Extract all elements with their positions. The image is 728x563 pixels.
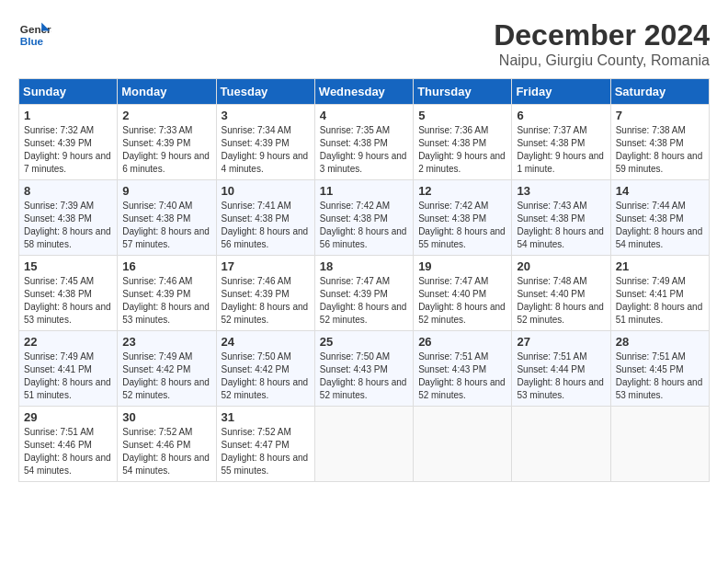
calendar-cell: 25Sunrise: 7:50 AMSunset: 4:43 PMDayligh… xyxy=(314,331,413,407)
calendar-cell: 4Sunrise: 7:35 AMSunset: 4:38 PMDaylight… xyxy=(314,105,413,180)
day-info: Sunrise: 7:51 AMSunset: 4:46 PMDaylight:… xyxy=(24,426,112,477)
day-number: 3 xyxy=(222,109,310,122)
calendar-cell: 30Sunrise: 7:52 AMSunset: 4:46 PMDayligh… xyxy=(118,407,216,482)
calendar-week-1: 1Sunrise: 7:32 AMSunset: 4:39 PMDaylight… xyxy=(19,105,710,180)
day-number: 22 xyxy=(24,335,112,349)
day-number: 30 xyxy=(122,410,210,424)
day-info: Sunrise: 7:42 AMSunset: 4:38 PMDaylight:… xyxy=(320,200,408,251)
day-info: Sunrise: 7:52 AMSunset: 4:46 PMDaylight:… xyxy=(122,426,210,477)
day-info: Sunrise: 7:48 AMSunset: 4:40 PMDaylight:… xyxy=(517,275,605,327)
day-number: 23 xyxy=(122,335,210,349)
calendar-cell: 9Sunrise: 7:40 AMSunset: 4:38 PMDaylight… xyxy=(118,180,216,256)
day-number: 1 xyxy=(24,109,112,122)
day-number: 10 xyxy=(222,184,310,198)
header: General Blue December 2024 Naipu, Giurgi… xyxy=(18,18,710,69)
day-number: 9 xyxy=(122,184,210,198)
day-number: 5 xyxy=(418,109,506,122)
day-info: Sunrise: 7:49 AMSunset: 4:41 PMDaylight:… xyxy=(616,275,704,327)
day-info: Sunrise: 7:33 AMSunset: 4:39 PMDaylight:… xyxy=(122,124,210,176)
calendar-cell: 24Sunrise: 7:50 AMSunset: 4:42 PMDayligh… xyxy=(216,331,314,407)
day-number: 19 xyxy=(418,259,506,273)
day-info: Sunrise: 7:51 AMSunset: 4:45 PMDaylight:… xyxy=(616,350,704,402)
calendar-header-wednesday: Wednesday xyxy=(314,79,413,105)
calendar-cell: 5Sunrise: 7:36 AMSunset: 4:38 PMDaylight… xyxy=(414,105,512,180)
calendar-header-sunday: Sunday xyxy=(19,79,118,105)
day-info: Sunrise: 7:40 AMSunset: 4:38 PMDaylight:… xyxy=(122,200,210,251)
day-info: Sunrise: 7:49 AMSunset: 4:41 PMDaylight:… xyxy=(24,350,112,402)
logo: General Blue xyxy=(18,18,51,52)
calendar-cell: 13Sunrise: 7:43 AMSunset: 4:38 PMDayligh… xyxy=(512,180,610,256)
day-info: Sunrise: 7:45 AMSunset: 4:38 PMDaylight:… xyxy=(24,275,112,327)
calendar-cell: 26Sunrise: 7:51 AMSunset: 4:43 PMDayligh… xyxy=(414,331,512,407)
calendar-cell: 10Sunrise: 7:41 AMSunset: 4:38 PMDayligh… xyxy=(216,180,314,256)
calendar-cell: 17Sunrise: 7:46 AMSunset: 4:39 PMDayligh… xyxy=(216,256,314,331)
calendar-cell: 27Sunrise: 7:51 AMSunset: 4:44 PMDayligh… xyxy=(512,331,610,407)
calendar-cell xyxy=(610,407,709,482)
calendar-cell: 28Sunrise: 7:51 AMSunset: 4:45 PMDayligh… xyxy=(610,331,709,407)
day-number: 11 xyxy=(320,184,408,198)
day-number: 7 xyxy=(616,109,704,122)
day-info: Sunrise: 7:47 AMSunset: 4:39 PMDaylight:… xyxy=(320,275,408,327)
calendar-cell: 14Sunrise: 7:44 AMSunset: 4:38 PMDayligh… xyxy=(610,180,709,256)
day-number: 2 xyxy=(122,109,210,122)
day-number: 26 xyxy=(418,335,506,349)
day-info: Sunrise: 7:50 AMSunset: 4:42 PMDaylight:… xyxy=(222,350,310,402)
day-info: Sunrise: 7:36 AMSunset: 4:38 PMDaylight:… xyxy=(418,124,506,176)
calendar-header-friday: Friday xyxy=(512,79,610,105)
day-info: Sunrise: 7:46 AMSunset: 4:39 PMDaylight:… xyxy=(222,275,310,327)
day-number: 25 xyxy=(320,335,408,349)
day-info: Sunrise: 7:43 AMSunset: 4:38 PMDaylight:… xyxy=(517,200,605,251)
day-number: 28 xyxy=(616,335,704,349)
calendar-cell: 31Sunrise: 7:52 AMSunset: 4:47 PMDayligh… xyxy=(216,407,314,482)
calendar-week-5: 29Sunrise: 7:51 AMSunset: 4:46 PMDayligh… xyxy=(19,407,710,482)
day-info: Sunrise: 7:52 AMSunset: 4:47 PMDaylight:… xyxy=(222,426,310,477)
day-info: Sunrise: 7:47 AMSunset: 4:40 PMDaylight:… xyxy=(418,275,506,327)
calendar-cell xyxy=(512,407,610,482)
subtitle: Naipu, Giurgiu County, Romania xyxy=(494,52,710,69)
day-number: 6 xyxy=(517,109,605,122)
day-number: 4 xyxy=(320,109,408,122)
calendar-cell: 15Sunrise: 7:45 AMSunset: 4:38 PMDayligh… xyxy=(19,256,118,331)
calendar-table: SundayMondayTuesdayWednesdayThursdayFrid… xyxy=(18,78,710,482)
svg-text:Blue: Blue xyxy=(20,35,44,47)
day-number: 14 xyxy=(616,184,704,198)
calendar-cell: 22Sunrise: 7:49 AMSunset: 4:41 PMDayligh… xyxy=(19,331,118,407)
calendar-body: 1Sunrise: 7:32 AMSunset: 4:39 PMDaylight… xyxy=(19,105,710,482)
day-number: 31 xyxy=(222,410,310,424)
day-info: Sunrise: 7:35 AMSunset: 4:38 PMDaylight:… xyxy=(320,124,408,176)
calendar-cell: 12Sunrise: 7:42 AMSunset: 4:38 PMDayligh… xyxy=(414,180,512,256)
day-info: Sunrise: 7:32 AMSunset: 4:39 PMDaylight:… xyxy=(24,124,112,176)
calendar-cell: 29Sunrise: 7:51 AMSunset: 4:46 PMDayligh… xyxy=(19,407,118,482)
day-info: Sunrise: 7:38 AMSunset: 4:38 PMDaylight:… xyxy=(616,124,704,176)
day-info: Sunrise: 7:37 AMSunset: 4:38 PMDaylight:… xyxy=(517,124,605,176)
day-info: Sunrise: 7:34 AMSunset: 4:39 PMDaylight:… xyxy=(222,124,310,176)
calendar-header-monday: Monday xyxy=(118,79,216,105)
calendar-cell: 2Sunrise: 7:33 AMSunset: 4:39 PMDaylight… xyxy=(118,105,216,180)
day-number: 16 xyxy=(122,259,210,273)
day-info: Sunrise: 7:39 AMSunset: 4:38 PMDaylight:… xyxy=(24,200,112,251)
calendar-cell: 20Sunrise: 7:48 AMSunset: 4:40 PMDayligh… xyxy=(512,256,610,331)
day-info: Sunrise: 7:44 AMSunset: 4:38 PMDaylight:… xyxy=(616,200,704,251)
day-number: 13 xyxy=(517,184,605,198)
day-info: Sunrise: 7:46 AMSunset: 4:39 PMDaylight:… xyxy=(122,275,210,327)
calendar-cell xyxy=(414,407,512,482)
calendar-header-row: SundayMondayTuesdayWednesdayThursdayFrid… xyxy=(19,79,710,105)
calendar-cell: 7Sunrise: 7:38 AMSunset: 4:38 PMDaylight… xyxy=(610,105,709,180)
day-info: Sunrise: 7:41 AMSunset: 4:38 PMDaylight:… xyxy=(222,200,310,251)
calendar-week-2: 8Sunrise: 7:39 AMSunset: 4:38 PMDaylight… xyxy=(19,180,710,256)
day-info: Sunrise: 7:50 AMSunset: 4:43 PMDaylight:… xyxy=(320,350,408,402)
calendar-header-saturday: Saturday xyxy=(610,79,709,105)
calendar-cell: 11Sunrise: 7:42 AMSunset: 4:38 PMDayligh… xyxy=(314,180,413,256)
day-number: 29 xyxy=(24,410,112,424)
day-number: 27 xyxy=(517,335,605,349)
calendar-cell: 8Sunrise: 7:39 AMSunset: 4:38 PMDaylight… xyxy=(19,180,118,256)
calendar-cell: 16Sunrise: 7:46 AMSunset: 4:39 PMDayligh… xyxy=(118,256,216,331)
calendar-cell: 18Sunrise: 7:47 AMSunset: 4:39 PMDayligh… xyxy=(314,256,413,331)
day-number: 21 xyxy=(616,259,704,273)
calendar-cell: 21Sunrise: 7:49 AMSunset: 4:41 PMDayligh… xyxy=(610,256,709,331)
calendar-week-4: 22Sunrise: 7:49 AMSunset: 4:41 PMDayligh… xyxy=(19,331,710,407)
day-info: Sunrise: 7:51 AMSunset: 4:43 PMDaylight:… xyxy=(418,350,506,402)
day-number: 18 xyxy=(320,259,408,273)
day-number: 12 xyxy=(418,184,506,198)
day-number: 24 xyxy=(222,335,310,349)
